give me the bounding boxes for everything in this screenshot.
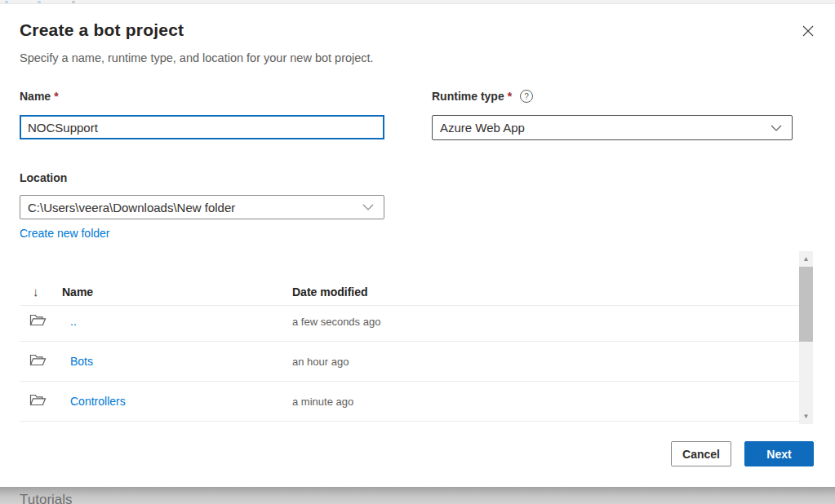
runtime-field-label: Runtime type * ? — [432, 90, 533, 103]
background-page-bottom: Tutorials — [0, 487, 835, 504]
folder-link[interactable]: Controllers — [70, 395, 126, 408]
dialog-subtitle: Specify a name, runtime type, and locati… — [20, 51, 374, 64]
next-button[interactable]: Next — [744, 441, 814, 466]
required-asterisk: * — [54, 90, 58, 103]
chevron-down-icon — [362, 204, 374, 210]
column-header-name[interactable]: Name — [62, 285, 93, 298]
open-folder-icon — [29, 393, 47, 407]
table-row[interactable]: Controllers a minute ago — [20, 382, 813, 422]
background-artifact — [38, 1, 41, 3]
runtime-label-text: Runtime type — [432, 90, 504, 103]
dialog-title: Create a bot project — [20, 20, 184, 40]
folder-link[interactable]: .. — [70, 315, 77, 328]
chevron-down-icon — [771, 125, 782, 131]
runtime-selected-value: Azure Web App — [440, 121, 525, 135]
close-button[interactable] — [797, 20, 819, 42]
required-asterisk: * — [508, 90, 512, 103]
location-field-label: Location — [20, 171, 67, 184]
sort-descending-icon[interactable]: ↓ — [33, 285, 39, 298]
background-artifact — [5, 1, 8, 3]
scrollbar-thumb[interactable] — [799, 267, 813, 342]
open-folder-icon — [29, 313, 47, 327]
name-label-text: Name — [20, 90, 51, 103]
close-icon — [802, 25, 814, 37]
scroll-down-icon[interactable]: ▼ — [799, 410, 813, 422]
table-scrollbar[interactable]: ▲ ▼ — [799, 251, 813, 424]
table-row[interactable]: .. a few seconds ago — [20, 302, 813, 342]
scroll-up-icon[interactable]: ▲ — [799, 253, 813, 265]
create-new-folder-link[interactable]: Create new folder — [20, 227, 110, 240]
date-modified-text: a minute ago — [292, 396, 353, 408]
table-row[interactable]: Bots an hour ago — [20, 342, 813, 382]
folder-link[interactable]: Bots — [70, 355, 93, 368]
help-icon[interactable]: ? — [520, 90, 533, 103]
create-bot-project-dialog: Create a bot project Specify a name, run… — [0, 4, 835, 487]
location-label-text: Location — [20, 171, 67, 184]
date-modified-text: an hour ago — [292, 356, 349, 368]
date-modified-text: a few seconds ago — [292, 316, 380, 328]
background-artifact — [72, 1, 75, 3]
name-input[interactable] — [20, 115, 384, 139]
name-field-label: Name * — [20, 90, 59, 103]
column-header-date-modified[interactable]: Date modified — [292, 285, 368, 298]
open-folder-icon — [29, 353, 47, 367]
runtime-type-dropdown[interactable]: Azure Web App — [432, 115, 793, 140]
cancel-button[interactable]: Cancel — [671, 441, 731, 466]
background-tutorials-text: Tutorials — [20, 492, 73, 504]
location-dropdown[interactable]: C:\Users\veera\Downloads\New folder — [20, 195, 384, 219]
location-selected-value: C:\Users\veera\Downloads\New folder — [28, 201, 235, 214]
